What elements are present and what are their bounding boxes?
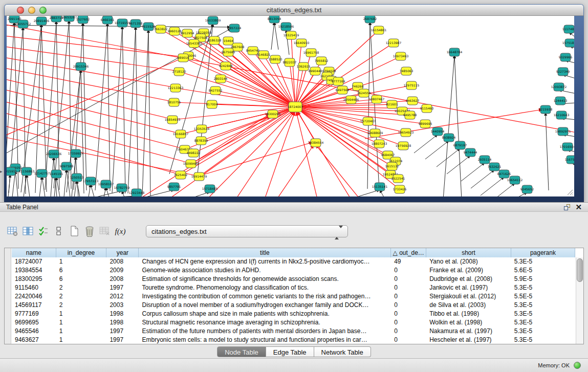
table-cell[interactable]: Dudbridge et al. (2008): [426, 275, 511, 283]
table-cell[interactable]: Estimation of significance thresholds fo…: [139, 275, 391, 283]
panel-collapse-arrow-icon[interactable]: ▸: [0, 169, 3, 174]
resize-grip-icon[interactable]: [566, 188, 573, 195]
table-cell[interactable]: 0: [391, 283, 426, 292]
table-cell[interactable]: 9463627: [12, 336, 56, 344]
table-cell[interactable]: 0: [391, 327, 426, 336]
table-cell[interactable]: 5.3E-5: [511, 336, 575, 344]
table-cell[interactable]: 22420046: [12, 292, 56, 301]
table-cell[interactable]: Genome-wide association studies in ADHD.: [139, 266, 391, 275]
table-row[interactable]: 946362711997Embryonic stem cells: a mode…: [12, 336, 575, 344]
table-cell[interactable]: Tibbo et al. (1998): [426, 310, 511, 318]
table-cell[interactable]: 0: [391, 318, 426, 327]
table-cell[interactable]: 2012: [106, 292, 139, 301]
function-builder-icon[interactable]: f(x): [113, 224, 128, 238]
column-header-out_de[interactable]: △ out_de…: [391, 248, 426, 257]
citation-network-graph[interactable]: 2091140140557122089140628837191065328715…: [7, 16, 574, 196]
table-cell[interactable]: Structural magnetic resonance image aver…: [139, 318, 391, 327]
table-row[interactable]: 2242004622012Investigating the contribut…: [12, 292, 575, 301]
tab-node-table[interactable]: Node Table: [217, 346, 266, 357]
table-cell[interactable]: Nakamura et al. (1997): [426, 327, 511, 336]
table-row[interactable]: 977716911998Corpus callosum shape and si…: [12, 310, 575, 318]
table-cell[interactable]: de Silva et al. (2003): [426, 301, 511, 310]
table-settings-icon[interactable]: [5, 224, 20, 238]
table-cell[interactable]: 0: [391, 310, 426, 318]
column-header-year[interactable]: year: [106, 248, 139, 257]
table-cell[interactable]: 19384554: [12, 266, 56, 275]
table-cell[interactable]: Wolkin et al. (1998): [426, 318, 511, 327]
table-cell[interactable]: 0: [391, 292, 426, 301]
table-cell[interactable]: 2008: [106, 257, 139, 266]
table-cell[interactable]: Estimation of the future numbers of pati…: [139, 327, 391, 336]
table-row[interactable]: 1872400712008Changes of HCN gene express…: [12, 257, 575, 266]
table-cell[interactable]: 1998: [106, 310, 139, 318]
new-table-icon[interactable]: [67, 224, 82, 238]
table-cell[interactable]: 18300295: [12, 275, 56, 283]
table-cell[interactable]: 5.3E-5: [511, 283, 575, 292]
table-cell[interactable]: 1: [56, 327, 107, 336]
table-header-row[interactable]: namein_degreeyeartitle△ out_de…shortpage…: [12, 248, 575, 257]
table-cell[interactable]: 9777169: [12, 310, 56, 318]
table-cell[interactable]: 2009: [106, 266, 139, 275]
tab-network-table[interactable]: Network Table: [314, 346, 371, 357]
column-header-short[interactable]: short: [426, 248, 511, 257]
float-panel-icon[interactable]: [564, 204, 571, 211]
table-cell[interactable]: 9115460: [12, 283, 56, 292]
table-cell[interactable]: 18724007: [12, 257, 56, 266]
table-cell[interactable]: Tourette syndrome. Phenomenology and cla…: [139, 283, 391, 292]
table-cell[interactable]: 49: [391, 257, 426, 266]
table-cell[interactable]: Changes of HCN gene expression and I(f) …: [139, 257, 391, 266]
table-cell[interactable]: Investigating the contribution of common…: [139, 292, 391, 301]
window-titlebar[interactable]: citations_edges.txt: [5, 5, 583, 16]
column-header-title[interactable]: title: [139, 248, 391, 257]
table-row[interactable]: 946554611997Estimation of the future num…: [12, 327, 575, 336]
table-cell[interactable]: 1997: [106, 283, 139, 292]
table-cell[interactable]: 5.3E-5: [511, 310, 575, 318]
table-cell[interactable]: 0: [391, 266, 426, 275]
table-cell[interactable]: 5.3E-5: [511, 327, 575, 336]
delete-table-trash-icon[interactable]: [82, 224, 97, 238]
table-cell[interactable]: Hescheler et al. (1997): [426, 336, 511, 344]
close-panel-icon[interactable]: ✕: [575, 203, 582, 212]
table-cell[interactable]: 1998: [106, 318, 139, 327]
table-cell[interactable]: 0: [391, 301, 426, 310]
table-cell[interactable]: Jankovic et al. (1997): [426, 283, 511, 292]
table-row[interactable]: 1456911722003Disruption of a novel membe…: [12, 301, 575, 310]
select-columns-icon[interactable]: [20, 224, 36, 238]
table-cell[interactable]: 1: [56, 318, 107, 327]
table-cell[interactable]: 5.3E-5: [511, 301, 575, 310]
table-cell[interactable]: 1997: [106, 327, 139, 336]
table-row[interactable]: 911546021997Tourette syndrome. Phenomeno…: [12, 283, 575, 292]
table-cell[interactable]: 1: [56, 257, 107, 266]
table-selector-dropdown[interactable]: citations_edges.txt: [146, 225, 348, 237]
tab-edge-table[interactable]: Edge Table: [266, 346, 314, 357]
column-header-name[interactable]: name: [12, 248, 56, 257]
table-cell[interactable]: 9699695: [12, 318, 56, 327]
table-cell[interactable]: Corpus callosum shape and size in male p…: [139, 310, 391, 318]
row-height-icon[interactable]: [51, 224, 67, 238]
table-cell[interactable]: 2: [56, 292, 107, 301]
table-cell[interactable]: 5.5E-5: [511, 292, 575, 301]
table-cell[interactable]: 9465546: [12, 327, 56, 336]
table-cell[interactable]: 2003: [106, 301, 139, 310]
table-row[interactable]: 969969511998Structural magnetic resonanc…: [12, 318, 575, 327]
scrollbar-thumb[interactable]: [577, 258, 583, 282]
table-cell[interactable]: 0: [391, 336, 426, 344]
table-cell[interactable]: 0: [391, 275, 426, 283]
table-cell[interactable]: 5.6E-5: [511, 266, 575, 275]
table-cell[interactable]: 2: [56, 301, 107, 310]
table-cell[interactable]: 5.3E-5: [511, 318, 575, 327]
show-columns-checklist-icon[interactable]: [36, 224, 51, 238]
table-cell[interactable]: 6: [56, 275, 107, 283]
table-row[interactable]: 1938455462009Genome-wide association stu…: [12, 266, 575, 275]
table-cell[interactable]: 2008: [106, 275, 139, 283]
table-row[interactable]: 1830029562008Estimation of significance …: [12, 275, 575, 283]
table-cell[interactable]: 14569117: [12, 301, 56, 310]
table-cell[interactable]: Franke et al. (2009): [426, 266, 511, 275]
table-cell[interactable]: Stergiakouli et al. (2012): [426, 292, 511, 301]
table-cell[interactable]: Yano et al. (2008): [426, 257, 511, 266]
column-header-in_degree[interactable]: in_degree: [56, 248, 107, 257]
table-cell[interactable]: 1: [56, 310, 107, 318]
table-cell[interactable]: Embryonic stem cells: a model to study s…: [139, 336, 391, 344]
table-cell[interactable]: 1: [56, 336, 107, 344]
vertical-scrollbar[interactable]: [576, 257, 583, 344]
